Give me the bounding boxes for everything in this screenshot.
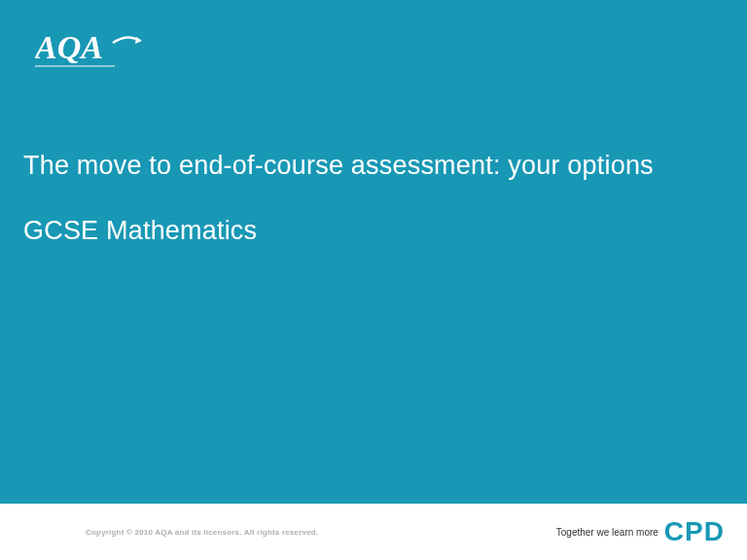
aqa-logo: AQA	[35, 23, 152, 72]
footer: Copyright © 2010 AQA and its licensors. …	[0, 504, 747, 560]
cpd-letter-d: D	[704, 518, 724, 545]
svg-text:AQA: AQA	[35, 29, 103, 65]
cpd-logo: C P D	[664, 518, 724, 545]
footer-right: Together we learn more C P D	[556, 518, 724, 545]
slide-title: The move to end-of-course assessment: yo…	[23, 151, 654, 181]
copyright-text: Copyright © 2010 AQA and its licensors. …	[86, 528, 318, 537]
cpd-letter-c: C	[664, 518, 684, 545]
cpd-letter-p: P	[685, 518, 703, 545]
main-panel: AQA The move to end-of-course assessment…	[0, 0, 747, 504]
slide-subtitle: GCSE Mathematics	[23, 216, 257, 246]
tagline: Together we learn more	[556, 527, 658, 538]
